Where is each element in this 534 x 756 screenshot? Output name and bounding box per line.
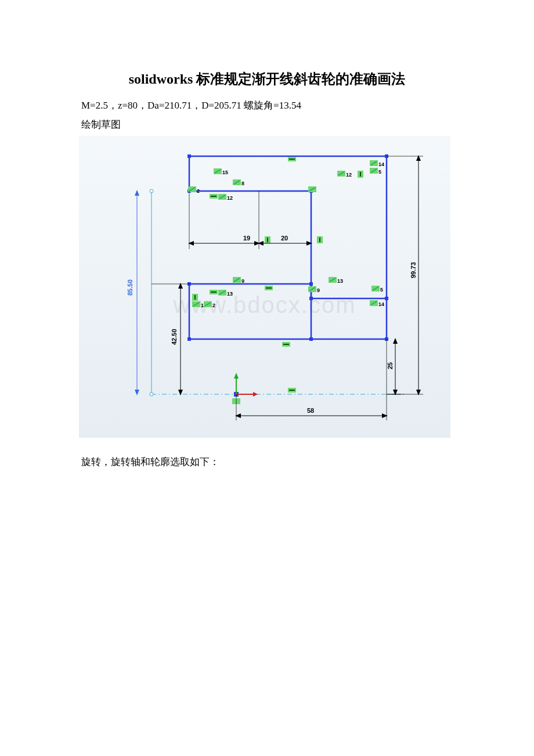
svg-marker-117 — [416, 155, 421, 161]
svg-text:12: 12 — [227, 195, 233, 201]
svg-text:9: 9 — [241, 278, 244, 284]
page-title: solidworks 标准规定渐开线斜齿轮的准确画法 — [81, 70, 453, 88]
svg-text:58: 58 — [307, 407, 314, 414]
svg-rect-8 — [187, 337, 191, 341]
svg-marker-100 — [258, 241, 264, 246]
svg-rect-2 — [385, 297, 388, 300]
revolve-label: 旋转，旋转轴和轮廓选取如下： — [81, 455, 453, 469]
svg-text:8: 8 — [241, 181, 244, 186]
svg-text:2: 2 — [197, 188, 200, 194]
svg-text:15: 15 — [222, 170, 228, 175]
svg-text:20: 20 — [281, 235, 288, 242]
handle-point — [150, 393, 153, 396]
svg-text:5: 5 — [378, 169, 381, 175]
sketch-svg: 15 8 2 14 5 12 — [79, 136, 450, 438]
svg-marker-15 — [234, 373, 239, 379]
svg-text:14: 14 — [378, 301, 384, 307]
endpoints — [187, 154, 388, 341]
svg-marker-111 — [393, 338, 398, 344]
svg-rect-0 — [187, 154, 191, 158]
parameters-line: M=2.5，z=80，Da=210.71，D=205.71 螺旋角=13.54 — [81, 99, 453, 112]
svg-text:42.50: 42.50 — [171, 329, 178, 345]
dim-85-50: 85.50 — [127, 190, 139, 395]
sketch-figure: www.bdocx.com — [79, 136, 450, 438]
svg-marker-106 — [235, 413, 241, 418]
svg-marker-90 — [178, 390, 183, 395]
svg-text:2: 2 — [212, 303, 215, 308]
svg-text:19: 19 — [243, 235, 250, 242]
svg-text:14: 14 — [378, 161, 384, 167]
svg-rect-9 — [309, 337, 313, 341]
svg-text:13: 13 — [227, 291, 233, 297]
svg-rect-7 — [309, 282, 313, 286]
svg-text:12: 12 — [346, 172, 352, 178]
svg-marker-118 — [416, 390, 421, 395]
svg-text:13: 13 — [337, 278, 343, 284]
svg-text:25: 25 — [387, 362, 394, 369]
svg-marker-107 — [382, 413, 388, 418]
handle-point — [150, 189, 153, 193]
svg-rect-3 — [309, 297, 313, 300]
sketch-label: 绘制草图 — [81, 118, 453, 131]
origin-marker — [232, 373, 258, 404]
dim-99-73: 99.73 — [387, 155, 423, 395]
dim-58: 58 — [235, 339, 388, 420]
svg-text:9: 9 — [317, 287, 320, 293]
svg-marker-86 — [135, 390, 139, 395]
svg-text:99.73: 99.73 — [410, 262, 417, 278]
profile-upper — [189, 156, 387, 298]
svg-marker-96 — [188, 241, 194, 246]
svg-marker-13 — [253, 392, 258, 397]
svg-text:85.50: 85.50 — [127, 279, 134, 296]
relation-icons: 15 8 2 14 5 12 — [188, 157, 384, 393]
svg-marker-85 — [135, 190, 139, 196]
dim-42-50: 42.50 — [151, 283, 189, 395]
svg-text:5: 5 — [380, 287, 383, 293]
svg-marker-89 — [178, 283, 183, 289]
dim-25: 25 — [387, 338, 401, 395]
